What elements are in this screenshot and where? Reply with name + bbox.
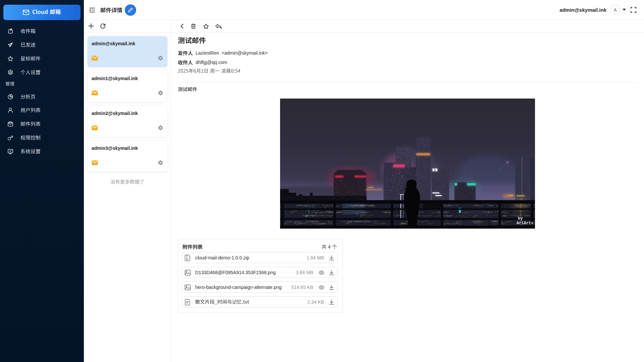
svg-text:AriArts: AriArts: [517, 221, 533, 226]
svg-text:by: by: [518, 216, 523, 221]
